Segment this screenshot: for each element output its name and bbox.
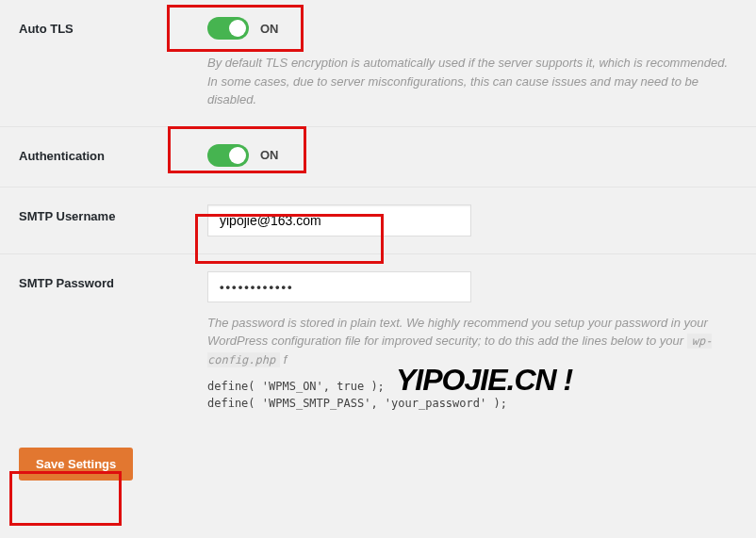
auto-tls-row: Auto TLS ON By default TLS encryption is… xyxy=(0,0,756,127)
desc-text-1: The password is stored in plain text. We… xyxy=(207,316,708,349)
smtp-username-label: SMTP Username xyxy=(19,204,207,236)
toggle-knob xyxy=(229,147,246,164)
authentication-toggle[interactable] xyxy=(207,144,249,167)
smtp-password-input[interactable]: •••••••••••• xyxy=(207,271,471,302)
save-row: Save Settings xyxy=(0,429,756,499)
authentication-state: ON xyxy=(260,148,279,162)
smtp-password-desc: The password is stored in plain text. We… xyxy=(207,314,737,369)
auto-tls-desc: By default TLS encryption is automatical… xyxy=(207,54,737,109)
desc-text-2: f xyxy=(280,352,287,367)
smtp-username-row: SMTP Username xyxy=(0,187,756,254)
password-dots: •••••••••••• xyxy=(220,280,294,294)
auto-tls-state: ON xyxy=(260,22,279,36)
smtp-username-field xyxy=(207,204,737,236)
auto-tls-toggle[interactable] xyxy=(207,17,249,40)
auto-tls-toggle-wrap: ON xyxy=(207,17,279,40)
smtp-password-row: SMTP Password •••••••••••• The password … xyxy=(0,254,756,430)
authentication-field: ON xyxy=(207,144,737,170)
authentication-toggle-wrap: ON xyxy=(207,144,279,167)
authentication-label: Authentication xyxy=(19,144,207,170)
toggle-knob xyxy=(229,20,246,37)
auto-tls-label: Auto TLS xyxy=(19,17,207,109)
auto-tls-field: ON By default TLS encryption is automati… xyxy=(207,17,737,109)
smtp-username-input[interactable] xyxy=(207,204,471,236)
save-settings-button[interactable]: Save Settings xyxy=(19,448,133,481)
authentication-row: Authentication ON xyxy=(0,127,756,187)
smtp-password-label: SMTP Password xyxy=(19,271,207,413)
watermark: YIPOJIE.CN ! xyxy=(396,363,572,398)
